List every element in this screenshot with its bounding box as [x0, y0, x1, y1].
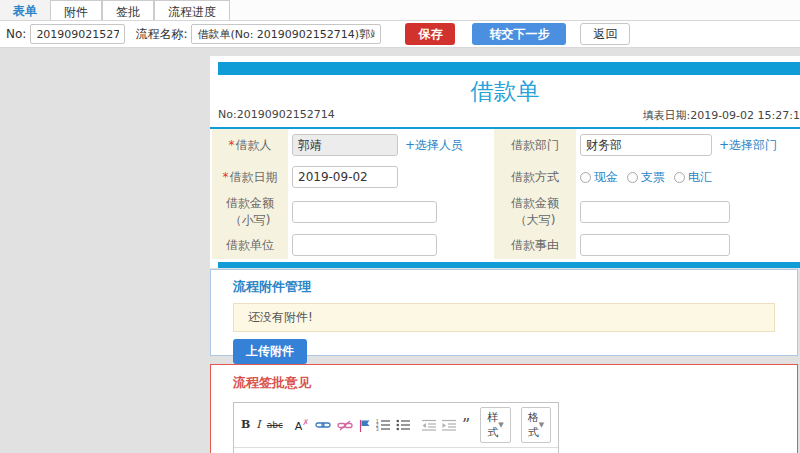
tab-attachments[interactable]: 附件 — [50, 0, 102, 20]
payment-method-group: 现金 支票 电汇 — [576, 161, 800, 193]
no-input[interactable] — [30, 24, 125, 44]
back-button[interactable]: 返回 — [580, 23, 630, 45]
editor-content[interactable] — [234, 448, 558, 453]
select-person-link[interactable]: +选择人员 — [405, 137, 463, 154]
loan-reason-input[interactable] — [580, 234, 730, 256]
loan-date-label: * 借款日期 — [212, 161, 288, 193]
upload-attachment-button[interactable]: 上传附件 — [233, 339, 307, 364]
no-attachments-notice: 还没有附件! — [233, 303, 775, 332]
styles-dropdown-label: 样式 — [487, 410, 498, 440]
tab-form[interactable]: 表单 — [0, 0, 50, 20]
required-asterisk: * — [229, 138, 235, 152]
increase-indent-icon[interactable] — [442, 419, 456, 431]
borrower-input[interactable] — [292, 134, 398, 156]
amount-upper-label: 借款金额（大写) — [494, 193, 576, 231]
approval-title: 流程签批意见 — [233, 374, 775, 392]
content-area: 借款单 No:20190902152714 填表日期:2019-09-02 15… — [0, 48, 800, 453]
loan-unit-input[interactable] — [292, 234, 437, 256]
borrower-label: * 借款人 — [212, 129, 288, 161]
link-icon[interactable] — [315, 420, 331, 430]
unlink-icon[interactable] — [337, 420, 353, 431]
chevron-down-icon: ▼ — [498, 421, 503, 429]
form-title: 借款单 — [210, 78, 800, 104]
editor-toolbar: B I abc A✗ 123 — [234, 403, 558, 448]
form-top-bar — [218, 62, 800, 75]
approval-panel: 流程签批意见 B I abc A✗ — [210, 364, 798, 453]
flow-name-input[interactable] — [191, 24, 381, 44]
styles-dropdown[interactable]: 样式 ▼ — [480, 407, 510, 443]
loan-reason-label-text: 借款事由 — [511, 237, 559, 254]
loan-date-label-text: 借款日期 — [230, 169, 278, 186]
format-dropdown-label: 格式 — [528, 410, 539, 440]
department-label-text: 借款部门 — [511, 137, 559, 154]
chevron-down-icon: ▼ — [539, 421, 544, 429]
radio-circle-icon — [674, 172, 685, 183]
attachments-title: 流程附件管理 — [233, 278, 775, 296]
borrower-label-text: 借款人 — [236, 137, 272, 154]
format-dropdown[interactable]: 格式 ▼ — [521, 407, 551, 443]
amount-lower-input[interactable] — [292, 201, 437, 223]
tab-flow-progress[interactable]: 流程进度 — [154, 0, 230, 20]
no-label: No: — [6, 27, 26, 41]
loan-unit-label: 借款单位 — [212, 231, 288, 259]
department-input[interactable] — [580, 134, 712, 156]
form-meta-row: No:20190902152714 填表日期:2019-09-02 15:27:… — [210, 106, 800, 127]
loan-form-panel: 借款单 No:20190902152714 填表日期:2019-09-02 15… — [210, 56, 800, 268]
italic-icon[interactable]: I — [256, 419, 260, 431]
radio-cheque-label: 支票 — [641, 169, 665, 186]
attachments-panel: 流程附件管理 还没有附件! 上传附件 — [210, 269, 798, 356]
loan-reason-label: 借款事由 — [494, 231, 576, 259]
radio-cash-label: 现金 — [594, 169, 618, 186]
rich-text-editor: B I abc A✗ 123 — [233, 402, 559, 453]
form-bottom-bar — [218, 262, 800, 268]
forward-next-step-button[interactable]: 转交下一步 — [472, 23, 566, 45]
loan-reason-cell — [576, 231, 800, 259]
select-department-link[interactable]: +选择部门 — [719, 137, 777, 154]
radio-cheque[interactable]: 支票 — [627, 169, 665, 186]
flow-name-label: 流程名称: — [135, 26, 187, 43]
form-fields-table: * 借款人 +选择人员 借款部门 +选择部门 * 借款日期 — [212, 129, 800, 259]
svg-text:3: 3 — [376, 427, 379, 431]
tab-bar: 表单 附件 签批 流程进度 — [0, 0, 800, 21]
radio-cash[interactable]: 现金 — [580, 169, 618, 186]
amount-lower-cell — [288, 193, 494, 231]
borrower-cell: +选择人员 — [288, 129, 494, 161]
form-no-text: No:20190902152714 — [218, 108, 335, 123]
department-label: 借款部门 — [494, 129, 576, 161]
tab-signoff[interactable]: 签批 — [102, 0, 154, 20]
form-date-text: 填表日期:2019-09-02 15:27:1 — [642, 108, 800, 123]
amount-lower-label-text: 借款金额（小写) — [220, 195, 280, 229]
department-cell: +选择部门 — [576, 129, 800, 161]
radio-wire-transfer[interactable]: 电汇 — [674, 169, 712, 186]
remove-format-x: ✗ — [302, 418, 309, 427]
amount-upper-label-text: 借款金额（大写) — [502, 195, 568, 229]
amount-upper-input[interactable] — [580, 201, 730, 223]
amount-upper-cell — [576, 193, 800, 231]
command-bar: No: 流程名称: 保存 转交下一步 返回 — [0, 21, 800, 48]
loan-date-input[interactable] — [292, 166, 398, 188]
save-button[interactable]: 保存 — [405, 23, 455, 45]
numbered-list-icon[interactable]: 123 — [376, 419, 390, 431]
required-asterisk: * — [223, 170, 229, 184]
strikethrough-icon[interactable]: abc — [267, 419, 283, 431]
loan-unit-cell — [288, 231, 494, 259]
radio-wire-label: 电汇 — [688, 169, 712, 186]
radio-circle-icon — [627, 172, 638, 183]
blockquote-icon[interactable]: ” — [462, 421, 470, 429]
bold-icon[interactable]: B — [241, 419, 250, 431]
remove-format-icon[interactable]: A✗ — [295, 417, 309, 433]
radio-circle-icon — [580, 172, 591, 183]
payment-method-label: 借款方式 — [494, 161, 576, 193]
loan-date-cell — [288, 161, 494, 193]
payment-method-label-text: 借款方式 — [511, 169, 559, 186]
decrease-indent-icon[interactable] — [422, 419, 436, 431]
anchor-flag-icon[interactable] — [359, 419, 370, 432]
app-window: 表单 附件 签批 流程进度 No: 流程名称: 保存 转交下一步 返回 借款单 … — [0, 0, 800, 453]
bulleted-list-icon[interactable] — [396, 419, 410, 431]
amount-lower-label: 借款金额（小写) — [212, 193, 288, 231]
loan-unit-label-text: 借款单位 — [226, 237, 274, 254]
